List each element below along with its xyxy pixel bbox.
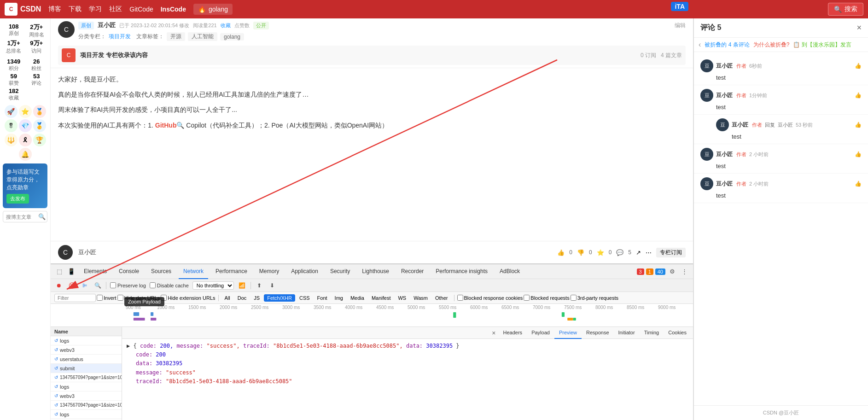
nav-inscode[interactable]: InsCode: [161, 6, 186, 13]
comment-like-2[interactable]: 👍: [855, 122, 862, 128]
collect-label[interactable]: 收藏: [221, 22, 231, 29]
github-link[interactable]: GitHub: [155, 122, 177, 129]
nav-blog[interactable]: 博客: [48, 5, 61, 13]
comment-back-arrow[interactable]: ‹: [699, 41, 701, 49]
comment-author-4[interactable]: 豆小匠: [716, 180, 733, 188]
nav-learn[interactable]: 学习: [89, 5, 102, 13]
tag-1[interactable]: 人工智能: [188, 32, 217, 41]
tab-recorder[interactable]: Recorder: [396, 264, 428, 279]
nav-search-button[interactable]: 🔍 搜索: [828, 3, 863, 16]
tab-application[interactable]: Application: [286, 264, 323, 279]
filter-fetch-xhr[interactable]: Fetch/XHR: [264, 294, 295, 302]
detail-tab-response[interactable]: Response: [582, 327, 614, 339]
device-icon[interactable]: 📱: [66, 267, 76, 277]
disable-cache-input[interactable]: [150, 282, 156, 288]
preserve-log-checkbox[interactable]: Preserve log: [110, 282, 146, 288]
folded-comments-link[interactable]: 被折叠的 4 条评论: [705, 41, 749, 49]
request-item-1[interactable]: ↺ webv3: [51, 345, 122, 355]
filter-icon[interactable]: ⊫: [80, 281, 89, 290]
invert-checkbox[interactable]: Invert: [97, 295, 117, 301]
filter-other[interactable]: Other: [432, 294, 451, 302]
request-item-5[interactable]: ↺ logs: [51, 382, 122, 391]
request-item-4[interactable]: ↺ 1347567094?page=1&size=10...: [51, 373, 122, 382]
to-garden-link[interactable]: 📋 到【漫水乐园】发言: [793, 41, 851, 49]
why-folded-link[interactable]: 为什么被折叠?: [753, 41, 790, 49]
nav-download[interactable]: 下载: [69, 5, 82, 13]
wifi-icon[interactable]: 📶: [238, 281, 247, 290]
banner-publish-button[interactable]: 去发布: [6, 194, 29, 204]
tab-elements[interactable]: Elements: [79, 264, 111, 279]
request-item-7[interactable]: ↺ 1347567094?page=1&size=10...: [51, 401, 122, 410]
nav-active-link[interactable]: 🔥 golang: [193, 4, 233, 15]
filter-media[interactable]: Media: [347, 294, 367, 302]
export-icon[interactable]: ⬆: [255, 281, 264, 290]
comment-icon[interactable]: 💬: [616, 249, 623, 256]
record-icon[interactable]: ⏺: [54, 281, 64, 290]
column-name[interactable]: 项目开发 专栏收录该内容: [80, 51, 148, 59]
detail-tab-timing[interactable]: Timing: [640, 327, 664, 339]
import-icon[interactable]: ⬇: [268, 281, 277, 290]
tab-network[interactable]: Network: [179, 264, 208, 279]
filter-input[interactable]: [54, 294, 96, 302]
tab-sources[interactable]: Sources: [146, 264, 176, 279]
request-item-8[interactable]: ↺ logs: [51, 410, 122, 419]
sidebar-search-icon[interactable]: 🔍: [38, 213, 46, 220]
detail-tab-initiator[interactable]: Initiator: [614, 327, 640, 339]
star-icon[interactable]: ⭐: [597, 249, 604, 256]
hide-ext-urls-checkbox[interactable]: Hide extension URLs: [161, 295, 215, 301]
column-follow-btn[interactable]: 专栏订阅: [656, 248, 686, 257]
request-item-0[interactable]: ↺ logs: [51, 336, 122, 345]
tab-memory[interactable]: Memory: [255, 264, 284, 279]
more-devtools-icon[interactable]: ⋮: [679, 267, 689, 277]
third-party-checkbox[interactable]: 3rd-party requests: [571, 295, 618, 301]
comment-author-3[interactable]: 豆小匠: [716, 151, 733, 158]
search-network-icon[interactable]: 🔍: [93, 281, 102, 290]
detail-tab-preview[interactable]: Preview: [554, 327, 582, 339]
tab-security[interactable]: Security: [326, 264, 355, 279]
sidebar-search[interactable]: 🔍: [3, 211, 47, 222]
sidebar-search-input[interactable]: [6, 214, 38, 220]
blocked-resp-cookies-checkbox[interactable]: Blocked response cookies: [457, 295, 523, 301]
footer-author-name[interactable]: 豆小匠: [78, 248, 96, 257]
comment-author-2[interactable]: 豆小匠: [732, 121, 748, 129]
clear-icon[interactable]: 🚫: [67, 281, 76, 290]
request-item-6[interactable]: ↺ webv3: [51, 391, 122, 401]
article-author-name[interactable]: 豆小匠: [98, 21, 116, 29]
preserve-log-input[interactable]: [110, 282, 116, 288]
settings-icon[interactable]: ⚙: [667, 267, 677, 277]
detail-tab-payload[interactable]: Payload: [527, 327, 554, 339]
tab-perf-insights[interactable]: Performance insights: [431, 264, 492, 279]
share-icon[interactable]: ↗: [636, 249, 641, 256]
comment-like-0[interactable]: 👍: [855, 63, 862, 69]
inspect-icon[interactable]: ⬚: [54, 267, 64, 277]
dislike-icon[interactable]: 👎: [577, 249, 584, 256]
filter-doc[interactable]: Doc: [234, 294, 250, 302]
nav-logo[interactable]: C CSDN: [5, 3, 41, 16]
comment-author-1[interactable]: 豆小匠: [716, 92, 733, 99]
nav-gitcode[interactable]: GitCode: [129, 6, 153, 13]
comment-close-button[interactable]: ×: [856, 23, 862, 33]
tag-0[interactable]: 开源: [167, 32, 185, 41]
filter-wasm[interactable]: Wasm: [410, 294, 431, 302]
filter-css[interactable]: CSS: [296, 294, 313, 302]
filter-img[interactable]: Img: [332, 294, 346, 302]
blocked-requests-checkbox[interactable]: Blocked requests: [524, 295, 569, 301]
throttle-select[interactable]: No throttling: [192, 281, 234, 290]
filter-all[interactable]: All: [221, 294, 233, 302]
category-value[interactable]: 项目开发: [109, 33, 131, 41]
hide-data-urls-checkbox[interactable]: Hide data URLs: [117, 295, 160, 301]
tab-console[interactable]: Console: [114, 264, 144, 279]
edit-link[interactable]: 编辑: [675, 22, 686, 29]
detail-tab-headers[interactable]: Headers: [499, 327, 527, 339]
filter-manifest[interactable]: Manifest: [368, 294, 394, 302]
like-icon[interactable]: 👍: [557, 249, 565, 256]
comment-like-1[interactable]: 👍: [855, 92, 862, 99]
expand-arrow-root[interactable]: ▶: [127, 343, 130, 349]
filter-ws[interactable]: WS: [395, 294, 409, 302]
comment-like-3[interactable]: 👍: [855, 151, 862, 158]
disable-cache-checkbox[interactable]: Disable cache: [150, 282, 189, 288]
detail-tab-cookies[interactable]: Cookies: [664, 327, 691, 339]
tag-2[interactable]: golang: [220, 33, 244, 41]
tab-lighthouse[interactable]: Lighthouse: [357, 264, 394, 279]
tab-adblock[interactable]: AdBlock: [495, 264, 524, 279]
